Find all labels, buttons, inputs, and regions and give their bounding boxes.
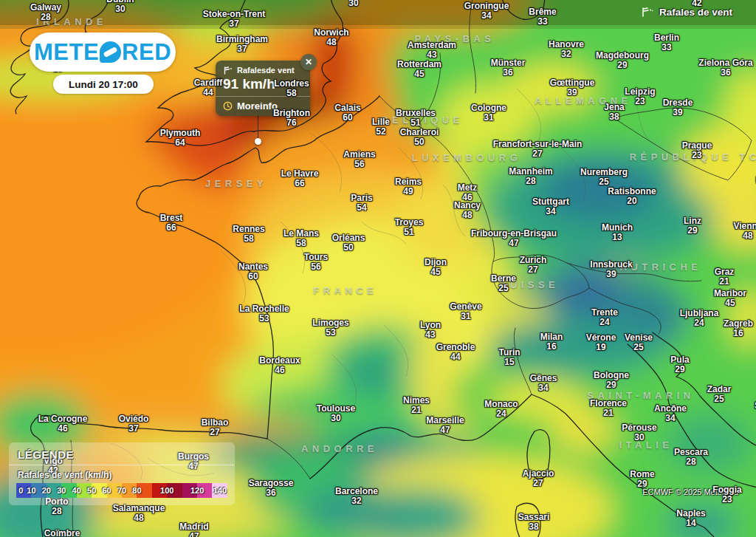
weather-map-app: IRLANDEPAYS-BASALLEMAGNEBELGIQUELUXEMBOU… [0, 0, 756, 537]
meteored-logo[interactable]: METERED [30, 33, 176, 72]
attribution: ECMWF © 2025 Meteored [642, 488, 738, 496]
legend-tick-label: 40 [72, 485, 81, 496]
legend-tick-label: 0 [18, 485, 23, 496]
legend-color-scale: 01020304050607080100120140 [16, 483, 227, 498]
legend-tick-label: 80 [132, 485, 141, 496]
layer-control-label[interactable]: Rafales de vent [641, 7, 732, 18]
map-marker-dot[interactable] [255, 138, 261, 145]
legend-tick-label: 60 [102, 485, 111, 496]
legend-tick-label: 50 [87, 485, 96, 496]
legend-tick-label: 30 [57, 485, 66, 496]
clock-icon [223, 101, 233, 111]
meteored-logo-o-icon [100, 41, 121, 63]
more-info-button[interactable]: Moreinfo [216, 96, 310, 116]
legend-subtitle: Rafales de vent (km/h) [9, 465, 235, 482]
wind-gust-tooltip: Rafalesde vent 91 km/h Moreinfo ✕ [216, 61, 310, 116]
wind-barb-icon [641, 7, 653, 17]
legend-tick-label: 20 [42, 485, 51, 496]
wind-barb-icon [223, 66, 233, 75]
tooltip-title: Rafalesde vent [237, 66, 295, 75]
tooltip-wind-value: 91 km/h [223, 76, 303, 92]
legend-tick-label: 100 [160, 485, 173, 496]
legend-tick-label: 10 [27, 485, 35, 496]
close-icon[interactable]: ✕ [300, 54, 317, 70]
legend-panel: LÉGENDE Rafales de vent (km/h) 010203040… [9, 442, 235, 505]
legend-title: LÉGENDE [9, 442, 235, 465]
datetime-badge: Lundi 20 17:00 [53, 75, 154, 94]
tooltip-body: Rafalesde vent 91 km/h [216, 61, 310, 96]
legend-tick-label: 70 [117, 485, 126, 496]
legend-tick-label: 140 [213, 485, 227, 496]
legend-tick-label: 120 [190, 485, 204, 496]
meteored-logo-text: METERED [34, 39, 171, 66]
